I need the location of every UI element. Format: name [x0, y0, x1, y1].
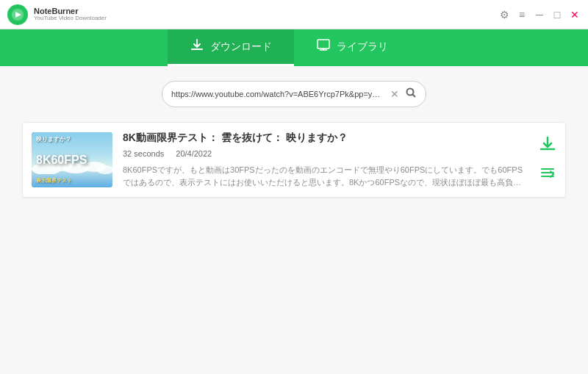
tab-download-label: ダウンロード [210, 40, 272, 54]
logo-text: NoteBurner YouTube Video Downloader [34, 7, 107, 22]
thumbnail-top-text: 映りますか？ [36, 135, 108, 143]
menu-icon[interactable]: ≡ [516, 9, 528, 21]
tab-library-label: ライブラリ [337, 40, 388, 54]
video-description: 8K60FPSですが、もと動画は30FPSだったのを動画のエンコードで無理やり6… [123, 164, 528, 188]
svg-rect-2 [318, 40, 329, 48]
search-bar-wrapper: ✕ [22, 81, 566, 107]
video-thumbnail: 映りますか？ 8K60FPS 表示限界テスト [32, 132, 112, 187]
video-duration: 32 seconds [123, 149, 164, 158]
url-input[interactable] [171, 90, 384, 98]
minimize-icon[interactable]: ─ [534, 9, 545, 21]
search-bar: ✕ [162, 81, 426, 107]
video-meta: 32 seconds 20/4/2022 [123, 149, 528, 158]
svg-rect-1 [191, 48, 203, 50]
video-actions [539, 135, 556, 184]
tab-download[interactable]: ダウンロード [168, 29, 294, 66]
main-content: ✕ [0, 66, 588, 374]
svg-point-5 [407, 89, 414, 96]
svg-line-6 [413, 95, 416, 98]
download-button[interactable] [539, 135, 556, 157]
nav-bar: ダウンロード ライブラリ [0, 29, 588, 66]
app-subtitle: YouTube Video Downloader [34, 15, 107, 22]
close-icon[interactable]: ✕ [569, 9, 581, 21]
settings-icon[interactable]: ⚙ [498, 9, 510, 21]
video-card: 映りますか？ 8K60FPS 表示限界テスト 8K動画限界テスト： 雲を抜けて：… [22, 122, 566, 198]
logo-area: NoteBurner YouTube Video Downloader [7, 4, 107, 25]
title-bar: NoteBurner YouTube Video Downloader ⚙ ≡ … [0, 0, 588, 29]
nav-tabs: ダウンロード ライブラリ [168, 29, 410, 66]
video-title: 8K動画限界テスト： 雲を抜けて： 映りますか？ [123, 132, 528, 145]
thumbnail-sub-text: 表示限界テスト [36, 177, 108, 184]
video-date: 20/4/2022 [176, 149, 212, 158]
tab-library[interactable]: ライブラリ [294, 29, 410, 66]
queue-button[interactable] [539, 165, 556, 184]
download-tab-icon [190, 37, 204, 56]
maximize-icon[interactable]: □ [551, 9, 563, 21]
window-controls: ⚙ ≡ ─ □ ✕ [498, 9, 581, 21]
search-icon[interactable] [405, 87, 417, 101]
library-tab-icon [316, 37, 331, 56]
app-logo-icon [7, 4, 28, 25]
video-info: 8K動画限界テスト： 雲を抜けて： 映りますか？ 32 seconds 20/4… [123, 132, 528, 188]
clear-icon[interactable]: ✕ [390, 88, 399, 100]
thumbnail-main-text: 8K60FPS [36, 154, 108, 166]
